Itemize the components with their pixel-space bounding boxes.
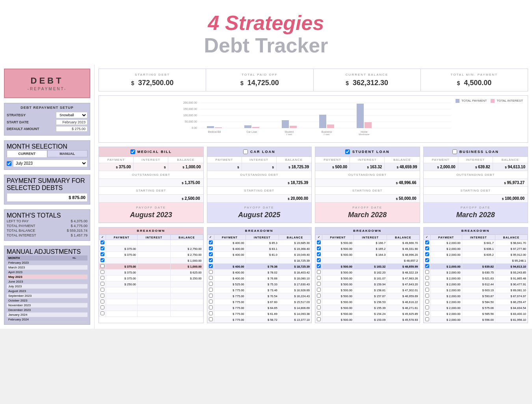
payment-summary-box: PAYMENT SUMMARY FOR SELECTED DEBTS $ 875… xyxy=(4,175,90,205)
breakdown-col-3: BREAKDOWN ✓ PAYMENT INTEREST BALANCE $ 2… xyxy=(423,227,528,323)
bd-checkbox-1-10 xyxy=(207,299,214,305)
outstanding-label-0: OUTSTANDING DEBT xyxy=(99,171,203,179)
bd-row-1-3: $ 18,725.39 xyxy=(207,258,311,264)
bd-payment-3-9: $ 2,000.00 xyxy=(430,293,462,299)
breakdown-table-1: ✓ PAYMENT INTEREST BALANCE $ 400.00 $ 85… xyxy=(207,235,312,323)
tab-current[interactable]: CURRENT xyxy=(7,150,47,157)
bd-interest-0-10 xyxy=(138,299,171,305)
bd-checkbox-1-6 xyxy=(207,276,214,281)
bd-payment-3-4: $ 2,000.00 xyxy=(430,264,462,270)
bd-payment-1-11: $ 775.00 xyxy=(214,305,246,311)
bd-payment-col-2: PAYMENT xyxy=(322,235,354,240)
bd-checkbox-0-10 xyxy=(99,299,106,305)
debt-checkbox-3[interactable] xyxy=(452,149,457,154)
debt-col-3: BUSINESS LOAN PAYMENT INTEREST BALANCE $… xyxy=(423,147,528,223)
svg-rect-14 xyxy=(282,120,289,128)
bd-interest-0-4 xyxy=(138,264,171,270)
bd-check-col-1: ✓ xyxy=(207,235,214,240)
bd-balance-0-1: $ 2,750.00 xyxy=(171,246,203,252)
bd-payment-3-1: $ 2,000.00 xyxy=(430,246,462,252)
bd-balance-3-4: $ 94,613.10 xyxy=(495,264,527,270)
bd-balance-0-9 xyxy=(171,293,203,299)
bd-payment-2-6: $ 500.00 xyxy=(322,276,354,281)
bd-checkbox-1-4 xyxy=(207,264,214,270)
totals-interest-label: TOTAL INTEREST xyxy=(7,233,36,237)
bd-checkbox-1-0 xyxy=(207,240,214,246)
bd-row-2-1: $ 500.00 $ 165.2 $ 49,331.90 xyxy=(316,246,420,252)
debt-name-2: STUDENT LOAN xyxy=(352,150,390,154)
bd-row-2-11: $ 500.00 $ 155.39 $ 46,271.61 xyxy=(316,305,420,311)
bd-payment-0-1: $ 375.00 xyxy=(106,246,138,252)
interest-label-1: INTEREST xyxy=(242,157,277,163)
bd-row-2-12: $ 500.00 $ 154.24 $ 45,925.85 xyxy=(316,311,420,317)
svg-text:50,000.00: 50,000.00 xyxy=(185,120,197,123)
manual-adj xyxy=(71,265,88,270)
bd-interest-2-1: $ 165.2 xyxy=(354,246,387,252)
bd-balance-1-10: $ 15,517.03 xyxy=(279,299,311,305)
bd-balance-2-9: $ 46,959.69 xyxy=(387,293,419,299)
bd-balance-0-3: $ 1,000.00 xyxy=(171,258,203,264)
bd-checkbox-2-6 xyxy=(316,276,322,281)
pib-values-0: $ 375.00 $ $ 1,000.00 xyxy=(99,163,203,171)
bd-checkbox-1-12 xyxy=(207,311,214,317)
bd-interest-1-3 xyxy=(246,258,279,264)
payoff-label-3: PAYOFF DATE xyxy=(427,206,525,209)
bd-checkbox-3-7 xyxy=(424,281,430,287)
bd-interest-1-11: $ 64.65 xyxy=(246,305,279,311)
debt-checkbox-2[interactable] xyxy=(345,149,350,154)
bd-payment-3-10: $ 2,000.00 xyxy=(430,299,462,305)
legend-payment-dot xyxy=(456,99,459,103)
bd-payment-2-9: $ 500.00 xyxy=(322,293,354,299)
month-selection-header: MONTH SELECTION xyxy=(7,143,87,150)
bd-row-0-8 xyxy=(99,287,203,293)
bd-row-2-9: $ 500.00 $ 157.67 $ 46,959.69 xyxy=(316,293,420,299)
bd-checkbox-3-12 xyxy=(424,311,430,317)
svg-text:150,000.00: 150,000.00 xyxy=(183,108,197,110)
bd-interest-3-12: $ 565.56 xyxy=(462,311,495,317)
bd-checkbox-0-3 xyxy=(99,258,106,264)
stat-total-paid: TOTAL PAID OFF $ 14,725.00 xyxy=(206,69,313,91)
payoff-box-0: PAYOFF DATE August 2023 xyxy=(99,203,203,223)
payment-label-1: PAYMENT xyxy=(207,157,242,163)
svg-text:0.00: 0.00 xyxy=(192,127,197,129)
bd-row-3-2: $ 2,000.00 $ 635.2 $ 95,912.00 xyxy=(424,252,528,258)
bd-payment-3-8: $ 2,000.00 xyxy=(430,287,462,293)
month-checkbox[interactable] xyxy=(7,161,11,166)
bd-check-col-3: ✓ xyxy=(424,235,430,240)
bd-checkbox-3-6 xyxy=(424,276,430,281)
bd-payment-3-6: $ 2,000.00 xyxy=(430,276,462,281)
bd-interest-2-12: $ 154.24 xyxy=(354,311,387,317)
breakdown-header-1: BREAKDOWN xyxy=(207,227,312,235)
bd-balance-3-10: $ 86,259.47 xyxy=(495,299,527,305)
stat-current-balance: CURRENT BALANCE $ 362,312.30 xyxy=(314,69,421,91)
bd-payment-col-0: PAYMENT xyxy=(106,235,138,240)
header: 4 Strategies Debt Tracker xyxy=(0,0,532,65)
debt-checkbox-0[interactable] xyxy=(130,149,135,154)
totals-payment-label: TOTAL PAYMENT xyxy=(7,224,35,228)
debt-checkbox-1[interactable] xyxy=(243,149,248,154)
bd-interest-3-9: $ 593.87 xyxy=(462,293,495,299)
svg-rect-13 xyxy=(252,127,259,128)
totals-row-interest: TOTAL INTEREST $ 1,457.79 xyxy=(7,233,87,237)
month-select[interactable]: July 2023 xyxy=(13,160,87,167)
debt-balance-val-1: $ 18,725.39 xyxy=(277,163,311,171)
breakdown-col-0: BREAKDOWN ✓ PAYMENT INTEREST BALANCE $ 3… xyxy=(99,227,204,323)
months-totals-header: MONTH'S TOTALS xyxy=(7,212,87,219)
bd-payment-0-4: $ 375.00 xyxy=(106,264,138,270)
stat-current-balance-label: CURRENT BALANCE xyxy=(320,73,414,76)
bd-row-2-8: $ 500.00 $ 158.81 $ 47,302.01 xyxy=(316,287,420,293)
bd-balance-2-11: $ 46,271.61 xyxy=(387,305,419,311)
bd-interest-0-11 xyxy=(138,305,171,311)
manual-adj xyxy=(71,313,88,317)
debt-interest-val-2: $ 163.32 xyxy=(350,163,385,171)
tab-manual[interactable]: MANUAL xyxy=(47,150,88,157)
bd-balance-2-4: $ 48,659.99 xyxy=(387,264,419,270)
outstanding-value-0: $ 1,375.00 xyxy=(99,179,203,187)
strategy-select[interactable]: Snowball Avalanche xyxy=(56,112,87,118)
svg-rect-11 xyxy=(215,127,222,128)
manual-col-adj: +/- xyxy=(71,255,88,261)
payoff-label-2: PAYOFF DATE xyxy=(318,206,417,209)
payoff-box-1: PAYOFF DATE August 2025 xyxy=(207,203,312,223)
bd-checkbox-3-10 xyxy=(424,299,430,305)
bd-interest-3-6: $ 621.63 xyxy=(462,276,495,281)
